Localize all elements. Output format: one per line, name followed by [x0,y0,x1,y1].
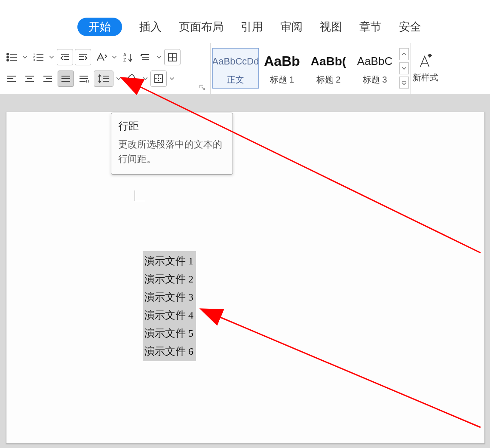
style-heading3-label: 标题 3 [352,74,398,88]
document-line: 演示文件 1 [144,252,193,270]
paragraph-dialog-launcher[interactable] [199,84,207,92]
bullets-dropdown-icon[interactable] [21,56,28,58]
style-heading2-preview: AaBb( [306,49,351,74]
tab-settings-button[interactable] [138,49,154,65]
style-normal-label: 正文 [213,74,258,88]
tab-view[interactable]: 视图 [320,19,342,34]
styles-scroll-up[interactable] [399,48,409,60]
svg-text:A: A [123,52,126,57]
insert-table-button[interactable] [164,49,181,65]
svg-point-48 [135,81,136,83]
ribbon: 1 2 3 [0,43,490,94]
numbering-dropdown-icon[interactable] [48,56,55,58]
align-distribute-button[interactable] [76,71,92,87]
style-heading3[interactable]: AaBbC 标题 3 [352,48,398,89]
tooltip-line-spacing: 行距 更改所选段落中的文本的行间距。 [111,113,233,175]
ribbon-styles-group: AaBbCcDd 正文 AaBb 标题 1 AaBb( 标题 2 AaBbC 标… [211,43,410,94]
tab-insert[interactable]: 插入 [139,19,162,34]
shading-button[interactable] [124,71,140,87]
align-left-button[interactable] [3,71,20,87]
svg-text:3: 3 [33,58,35,62]
svg-text:Z: Z [123,58,126,62]
document-line: 演示文件 5 [144,324,193,342]
new-style-button[interactable]: 新样式 [410,43,441,94]
tab-chapter[interactable]: 章节 [359,19,382,34]
line-spacing-dropdown-icon[interactable] [115,77,122,80]
text-direction-dropdown-icon[interactable] [111,56,118,58]
tab-review[interactable]: 审阅 [280,19,303,34]
decrease-indent-button[interactable] [57,49,73,65]
style-heading1-label: 标题 1 [259,74,305,88]
align-justify-button[interactable] [58,71,74,87]
borders-button[interactable] [150,71,167,87]
numbering-button[interactable]: 1 2 3 [30,49,46,65]
styles-more-button[interactable] [399,77,409,89]
shading-dropdown-icon[interactable] [142,77,149,80]
styles-scroll-down[interactable] [399,62,409,74]
new-style-label: 新样式 [413,72,438,83]
bullets-button[interactable] [3,49,20,65]
svg-point-2 [7,56,9,58]
tab-pagelayout[interactable]: 页面布局 [179,19,224,34]
new-style-icon [417,54,434,69]
style-heading1[interactable]: AaBb 标题 1 [259,48,305,89]
tab-security[interactable]: 安全 [399,19,421,34]
document-line: 演示文件 4 [144,306,193,324]
ribbon-paragraph-group: 1 2 3 [0,43,211,94]
styles-scroll [399,48,409,89]
tab-home[interactable]: 开始 [77,18,122,36]
tab-settings-dropdown-icon[interactable] [156,56,162,58]
style-normal[interactable]: AaBbCcDd 正文 [212,48,259,89]
style-heading1-preview: AaBb [259,49,305,74]
page-margin-corner [135,190,145,201]
document-line: 演示文件 6 [144,342,193,360]
style-normal-preview: AaBbCcDd [213,49,258,74]
document-line: 演示文件 2 [144,270,193,288]
selected-text-block[interactable]: 演示文件 1 演示文件 2 演示文件 3 演示文件 4 演示文件 5 演示文件 … [143,251,196,361]
style-heading3-preview: AaBbC [352,49,398,74]
menu-tabs: 开始 插入 页面布局 引用 审阅 视图 章节 安全 [0,16,490,37]
borders-dropdown-icon[interactable] [168,77,175,80]
align-center-button[interactable] [21,71,38,87]
tooltip-title: 行距 [118,119,226,133]
svg-point-4 [7,59,9,61]
sort-button[interactable]: A Z [119,49,136,65]
style-heading2-label: 标题 2 [306,74,351,88]
svg-point-0 [7,53,9,55]
tooltip-description: 更改所选段落中的文本的行间距。 [118,137,226,166]
align-right-button[interactable] [40,71,56,87]
tab-references[interactable]: 引用 [241,19,263,34]
document-page[interactable] [6,112,485,444]
style-heading2[interactable]: AaBb( 标题 2 [305,48,352,89]
line-spacing-button[interactable] [94,71,113,87]
text-direction-button[interactable] [93,49,109,65]
increase-indent-button[interactable] [75,49,91,65]
document-line: 演示文件 3 [144,288,193,306]
